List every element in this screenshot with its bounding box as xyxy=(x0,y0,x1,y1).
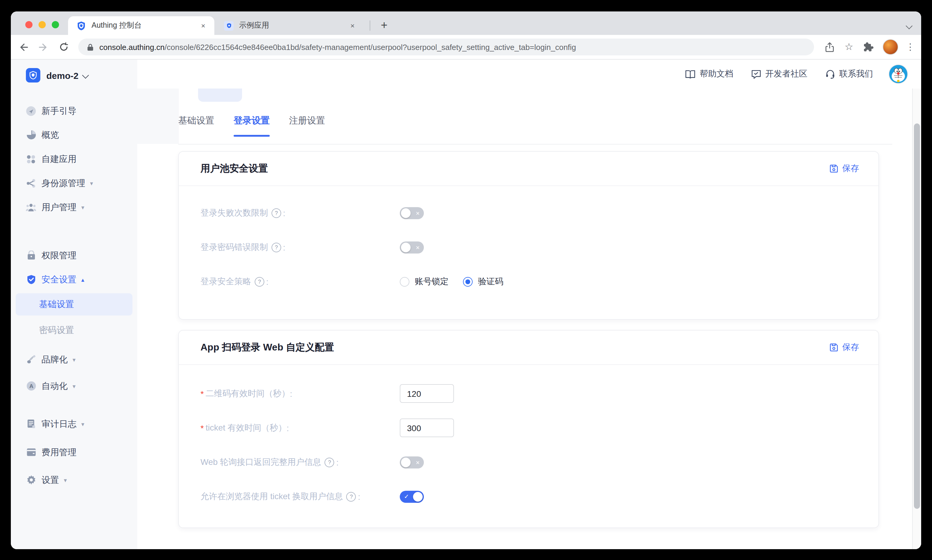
background-gutter xyxy=(137,89,179,144)
headset-icon xyxy=(826,69,835,79)
tab-login-settings[interactable]: 登录设置 xyxy=(234,115,270,137)
vertical-scrollbar[interactable] xyxy=(912,89,921,549)
sidebar-item-user-management[interactable]: 用户管理 ▾ xyxy=(11,195,137,219)
password-error-limit-toggle[interactable]: × xyxy=(400,241,424,253)
contact-us-link[interactable]: 联系我们 xyxy=(826,69,873,80)
authing-shield-favicon xyxy=(77,21,86,31)
workspace-switcher[interactable]: demo-2 xyxy=(11,60,137,83)
tabs-divider xyxy=(178,144,892,145)
sidebar: demo-2 新手引导 概览 自建应用 xyxy=(11,60,137,549)
wallet-icon xyxy=(26,447,36,457)
workspace-name: demo-2 xyxy=(46,70,78,80)
console-header: 帮助文档 开发者社区 联系我们 xyxy=(137,60,921,89)
browser-tab-sample-app[interactable]: 示例应用 × xyxy=(219,16,364,35)
new-tab-button[interactable]: + xyxy=(376,17,392,34)
radio-circle-icon xyxy=(400,277,409,286)
scrollbar-thumb[interactable] xyxy=(914,123,920,509)
sidebar-item-branding[interactable]: 品牌化 ▾ xyxy=(11,348,137,372)
close-window-button[interactable] xyxy=(25,21,32,28)
save-button[interactable]: 保存 xyxy=(830,342,859,353)
tab-register-settings[interactable]: 注册设置 xyxy=(289,115,325,137)
help-icon[interactable]: ? xyxy=(255,277,264,286)
gear-icon xyxy=(26,475,36,485)
sidebar-item-overview[interactable]: 概览 xyxy=(11,123,137,147)
automation-icon: A xyxy=(26,381,36,391)
content-scroll-area: 基础设置 登录设置 注册设置 用户池安全设置 保存 xyxy=(137,89,913,549)
forward-icon[interactable] xyxy=(35,38,52,55)
authing-console: demo-2 新手引导 概览 自建应用 xyxy=(11,60,921,549)
browser-profile-avatar[interactable] xyxy=(883,39,898,55)
ticket-expiry-row: *ticket 有效时间（秒）: xyxy=(179,411,878,445)
sidebar-item-audit-logs[interactable]: 审计日志 ▾ xyxy=(11,412,137,436)
share-icon[interactable] xyxy=(821,38,838,55)
url-bar[interactable]: console.authing.cn/console/6226cc1564c9e… xyxy=(78,38,814,55)
chat-icon xyxy=(751,69,761,78)
tab-close-icon[interactable]: × xyxy=(198,20,208,31)
qrcode-expiry-input[interactable] xyxy=(400,384,454,403)
toggle-cross-icon: × xyxy=(416,207,420,219)
sidebar-item-permissions[interactable]: 权限管理 xyxy=(11,243,137,267)
svg-text:A: A xyxy=(29,383,33,389)
users-icon xyxy=(26,202,36,212)
help-icon[interactable]: ? xyxy=(272,208,281,218)
sidebar-item-apps[interactable]: 自建应用 xyxy=(11,147,137,171)
sidebar-item-settings[interactable]: 设置 ▾ xyxy=(11,468,137,492)
ticket-expiry-input[interactable] xyxy=(400,418,454,437)
caret-down-icon: ▾ xyxy=(90,180,93,186)
qrcode-login-card: App 扫码登录 Web 自定义配置 保存 *二维码有效时间（秒）: xyxy=(178,330,879,528)
help-icon[interactable]: ? xyxy=(272,242,281,252)
sidebar-subitem-password-settings[interactable]: 密码设置 xyxy=(15,319,132,342)
minimize-window-button[interactable] xyxy=(38,21,46,28)
web-polling-row: Web 轮询接口返回完整用户信息?: × xyxy=(179,445,878,479)
save-floppy-icon xyxy=(830,343,838,352)
apps-icon xyxy=(26,154,36,164)
window-controls xyxy=(25,21,59,28)
user-avatar[interactable] xyxy=(889,65,908,84)
workspace-logo-shield-icon xyxy=(26,68,40,83)
save-button[interactable]: 保存 xyxy=(830,163,859,174)
tab-close-icon[interactable]: × xyxy=(348,20,358,31)
browser-menu-icon[interactable]: ⋮ xyxy=(902,38,919,55)
caret-down-icon: ▾ xyxy=(72,356,75,363)
sidebar-nav: 新手引导 概览 自建应用 身份源管理 ▾ xyxy=(11,99,137,492)
caret-down-icon: ▾ xyxy=(81,204,84,211)
sample-app-favicon xyxy=(224,21,234,31)
login-fail-limit-row: 登录失败次数限制?: × xyxy=(179,196,878,230)
web-polling-toggle[interactable]: × xyxy=(400,456,424,468)
guide-icon xyxy=(26,106,36,116)
url-path: /console/6226cc1564c9e846ee0ba1bd/safety… xyxy=(165,42,576,51)
bookmark-star-icon[interactable]: ☆ xyxy=(840,38,857,55)
zoom-window-button[interactable] xyxy=(52,21,59,28)
login-fail-limit-toggle[interactable]: × xyxy=(400,207,424,219)
sidebar-item-identity-sources[interactable]: 身份源管理 ▾ xyxy=(11,171,137,195)
app-logo-partial xyxy=(198,89,242,102)
extensions-puzzle-icon[interactable] xyxy=(860,38,877,55)
back-icon[interactable] xyxy=(14,38,31,55)
qrcode-expiry-row: *二维码有效时间（秒）: xyxy=(179,376,878,411)
radio-captcha[interactable]: 验证码 xyxy=(463,276,503,287)
help-icon[interactable]: ? xyxy=(325,457,334,467)
sidebar-subitem-basic-settings[interactable]: 基础设置 xyxy=(15,293,132,315)
reload-icon[interactable] xyxy=(55,38,72,55)
toggle-cross-icon: × xyxy=(416,241,420,253)
card-title: App 扫码登录 Web 自定义配置 xyxy=(200,341,334,354)
toggle-cross-icon: × xyxy=(416,456,420,468)
url-host: console.authing.cn xyxy=(99,42,165,51)
help-icon[interactable]: ? xyxy=(346,492,356,501)
sidebar-item-automation[interactable]: A 自动化 ▾ xyxy=(11,374,137,398)
required-asterisk: * xyxy=(200,423,204,433)
radio-selected-icon xyxy=(463,277,473,286)
sidebar-item-billing[interactable]: 费用管理 xyxy=(11,440,137,464)
tab-basic-settings[interactable]: 基础设置 xyxy=(178,115,214,137)
developer-community-link[interactable]: 开发者社区 xyxy=(751,69,807,80)
browser-ticket-toggle[interactable]: ✓ xyxy=(400,491,424,503)
tab-search-chevron-icon[interactable] xyxy=(907,20,913,26)
help-docs-link[interactable]: 帮助文档 xyxy=(685,69,733,80)
browser-tab-authing[interactable]: Authing 控制台 × xyxy=(68,16,214,35)
browser-toolbar: console.authing.cn/console/6226cc1564c9e… xyxy=(11,35,921,60)
radio-account-lock[interactable]: 账号锁定 xyxy=(400,276,449,287)
book-icon xyxy=(685,69,695,78)
sidebar-item-guide[interactable]: 新手引导 xyxy=(11,99,137,123)
password-error-limit-row: 登录密码错误限制?: × xyxy=(179,230,878,265)
sidebar-item-security-settings[interactable]: 安全设置 ▴ xyxy=(11,267,137,291)
